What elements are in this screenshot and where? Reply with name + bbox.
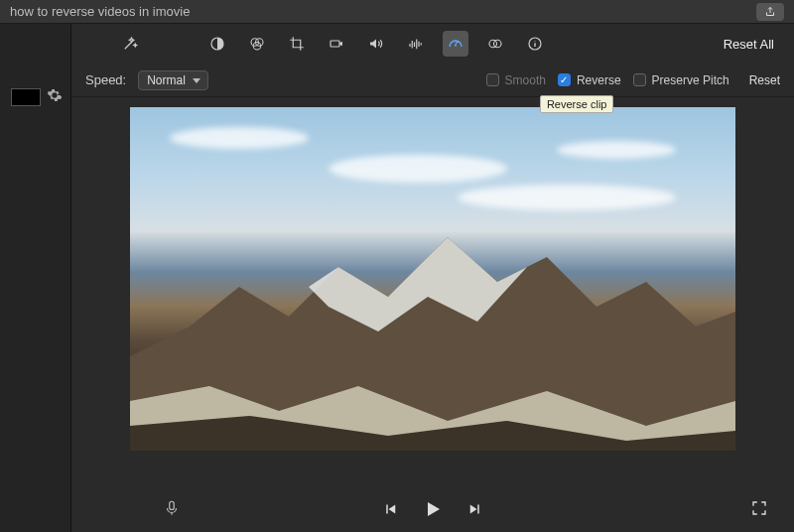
window-title-bar: how to reverse videos in imovie [0,0,794,24]
crop-icon[interactable] [284,31,310,57]
preserve-pitch-checkbox[interactable] [633,73,646,86]
video-preview[interactable] [130,107,735,451]
smooth-label: Smooth [505,73,546,87]
reset-all-button[interactable]: Reset All [718,34,780,55]
reverse-label: Reverse [577,73,621,87]
share-icon [764,6,776,18]
cloud-decoration [329,155,507,183]
smooth-checkbox[interactable] [486,73,499,86]
smooth-checkbox-group[interactable]: Smooth [486,73,546,87]
libraries-sidebar [0,24,71,532]
gear-icon[interactable] [47,87,63,106]
share-button[interactable] [756,3,784,21]
inspector-panel: Reset All Speed: Normal Smooth Reverse R… [71,24,794,532]
preview-area [71,97,794,486]
reverse-tooltip: Reverse clip [540,95,614,113]
auto-enhance-wand-icon[interactable] [117,31,143,57]
play-button[interactable] [421,497,445,521]
volume-icon[interactable] [363,31,389,57]
mountain-illustration [130,227,735,451]
info-icon[interactable] [522,31,548,57]
speed-options-row: Speed: Normal Smooth Reverse Reverse cli… [71,64,794,97]
svg-rect-4 [331,41,339,47]
svg-rect-9 [170,501,175,509]
color-balance-icon[interactable] [204,31,230,57]
fullscreen-button[interactable] [750,499,768,520]
previous-button[interactable] [381,500,399,518]
library-row[interactable] [0,83,70,110]
cloud-decoration [170,127,309,149]
noise-reduction-icon[interactable] [403,31,429,57]
svg-point-7 [494,40,502,48]
voiceover-mic-button[interactable] [163,498,181,521]
playback-controls [71,486,794,532]
preserve-pitch-label: Preserve Pitch [652,73,729,87]
speed-dropdown[interactable]: Normal [138,70,208,90]
color-correction-icon[interactable] [244,31,270,57]
library-thumbnail [11,88,41,106]
speed-dropdown-value: Normal [147,73,186,87]
cloud-decoration [458,185,676,210]
window-title: how to reverse videos in imovie [10,4,190,19]
adjustments-toolbar: Reset All [71,24,794,64]
video-overlay-icon[interactable] [482,31,508,57]
next-button[interactable] [466,500,484,518]
reset-button[interactable]: Reset [749,73,780,87]
cloud-decoration [557,141,676,159]
speed-label: Speed: [85,72,126,87]
svg-point-5 [455,44,457,46]
reverse-checkbox[interactable] [558,73,571,86]
speed-icon[interactable] [443,31,468,57]
reverse-checkbox-group[interactable]: Reverse Reverse clip [558,73,621,87]
stabilization-icon[interactable] [324,31,349,57]
preserve-pitch-checkbox-group[interactable]: Preserve Pitch [633,73,729,87]
